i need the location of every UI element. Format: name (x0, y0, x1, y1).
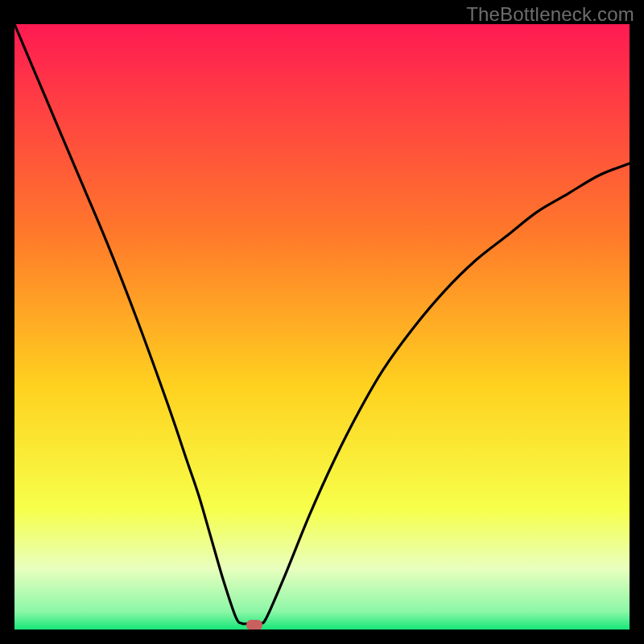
chart-svg (14, 24, 630, 630)
plot-area (14, 24, 630, 630)
watermark-text: TheBottleneck.com (466, 3, 634, 26)
optimum-marker (246, 620, 262, 630)
gradient-background (14, 24, 630, 630)
chart-container: TheBottleneck.com (0, 0, 644, 644)
